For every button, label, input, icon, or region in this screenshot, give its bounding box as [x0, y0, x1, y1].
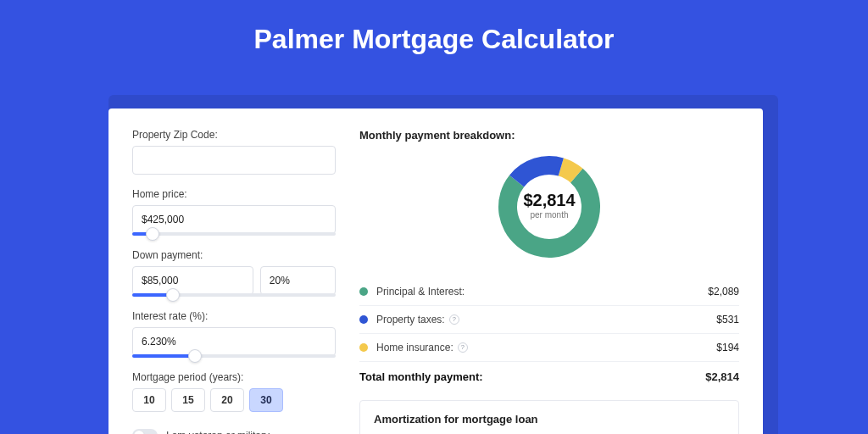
legend-value: $2,089 — [708, 286, 739, 298]
veteran-toggle[interactable] — [132, 429, 158, 434]
total-row: Total monthly payment: $2,814 — [359, 362, 739, 395]
home-price-input[interactable] — [132, 205, 336, 234]
legend: Principal & Interest:$2,089Property taxe… — [359, 277, 739, 362]
calculator-panel: Property Zip Code: Home price: Down paym… — [108, 108, 763, 434]
legend-dot — [359, 343, 368, 352]
down-payment-group: Down payment: — [132, 249, 336, 297]
amortization-box: Amortization for mortgage loan Amortizat… — [359, 400, 739, 434]
period-label: Mortgage period (years): — [132, 371, 336, 383]
period-group: Mortgage period (years): 10152030 — [132, 371, 336, 412]
down-payment-label: Down payment: — [132, 249, 336, 261]
legend-label: Property taxes: ? — [376, 314, 459, 326]
veteran-label: I am veteran or military — [166, 430, 270, 434]
down-payment-slider[interactable] — [132, 293, 336, 297]
period-option-20[interactable]: 20 — [210, 388, 244, 412]
breakdown-column: Monthly payment breakdown: $2,814 per mo… — [359, 129, 739, 434]
interest-slider-fill — [132, 354, 195, 358]
legend-row: Principal & Interest:$2,089 — [359, 278, 739, 306]
period-option-30[interactable]: 30 — [249, 388, 283, 412]
period-option-15[interactable]: 15 — [171, 388, 205, 412]
legend-label: Home insurance: ? — [376, 342, 468, 353]
info-icon[interactable]: ? — [458, 342, 468, 353]
down-payment-input[interactable] — [132, 266, 253, 295]
zip-label: Property Zip Code: — [132, 129, 336, 141]
total-value: $2,814 — [705, 370, 739, 383]
page-frame: Palmer Mortgage Calculator Property Zip … — [0, 0, 868, 434]
interest-input[interactable] — [132, 327, 336, 356]
legend-dot — [359, 315, 368, 324]
inputs-column: Property Zip Code: Home price: Down paym… — [132, 129, 336, 434]
total-label: Total monthly payment: — [359, 370, 483, 383]
home-price-group: Home price: — [132, 188, 336, 236]
legend-label: Principal & Interest: — [376, 286, 465, 298]
legend-dot — [359, 287, 368, 296]
donut-svg: $2,814 per month — [494, 152, 604, 262]
home-price-slider[interactable] — [132, 232, 336, 236]
veteran-row: I am veteran or military — [132, 429, 336, 434]
interest-label: Interest rate (%): — [132, 310, 336, 322]
legend-row: Home insurance: ?$194 — [359, 334, 739, 362]
zip-group: Property Zip Code: — [132, 129, 336, 175]
legend-value: $194 — [716, 342, 739, 353]
interest-slider-thumb[interactable] — [188, 349, 202, 363]
down-payment-slider-thumb[interactable] — [166, 288, 180, 302]
legend-value: $531 — [716, 314, 739, 326]
home-price-slider-thumb[interactable] — [146, 227, 159, 241]
legend-row: Property taxes: ?$531 — [359, 306, 739, 334]
donut-chart: $2,814 per month — [359, 152, 739, 262]
veteran-toggle-knob — [134, 431, 144, 434]
period-option-10[interactable]: 10 — [132, 388, 166, 412]
info-icon[interactable]: ? — [449, 314, 459, 325]
interest-slider[interactable] — [132, 354, 336, 358]
interest-group: Interest rate (%): — [132, 310, 336, 358]
donut-center-sub: per month — [530, 210, 568, 220]
amortization-title: Amortization for mortgage loan — [374, 413, 725, 426]
zip-input[interactable] — [132, 146, 336, 175]
page-title: Palmer Mortgage Calculator — [0, 0, 868, 72]
down-payment-pct-input[interactable] — [260, 266, 336, 295]
home-price-label: Home price: — [132, 188, 336, 200]
donut-center-value: $2,814 — [523, 191, 576, 209]
breakdown-title: Monthly payment breakdown: — [359, 129, 739, 142]
period-options: 10152030 — [132, 388, 336, 412]
